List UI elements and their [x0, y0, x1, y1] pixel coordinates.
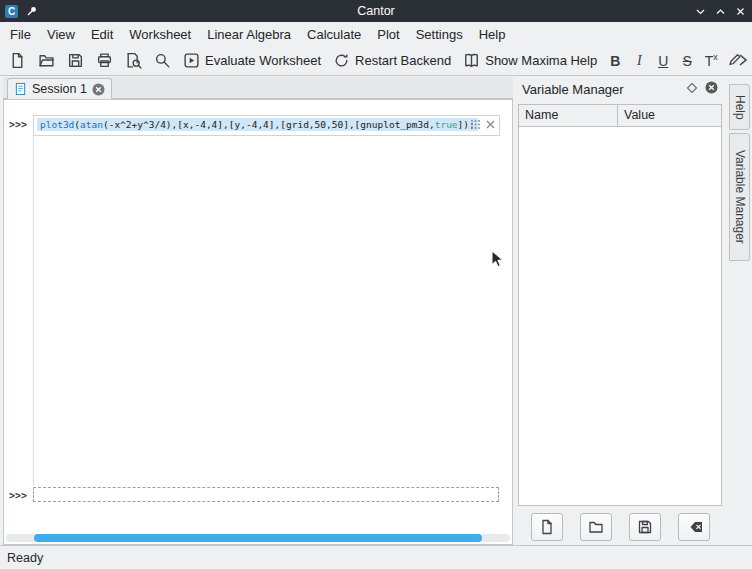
- menu-item-file[interactable]: File: [2, 24, 39, 45]
- bold-button[interactable]: B: [604, 51, 626, 71]
- side-tabstrip: Help Variable Manager: [727, 77, 752, 545]
- menu-item-settings[interactable]: Settings: [408, 24, 471, 45]
- clear-variables-button[interactable]: [678, 513, 710, 541]
- tab-session-1[interactable]: Session 1: [7, 78, 112, 99]
- horizontal-scrollbar-track[interactable]: [6, 534, 510, 542]
- find-button[interactable]: [149, 49, 176, 72]
- restart-icon: [333, 52, 350, 69]
- menubar: File View Edit Worksheet Linear Algebra …: [0, 22, 752, 46]
- chevron-right-icon: [736, 50, 750, 70]
- command-code[interactable]: plot3d(atan(-x^2+y^3/4),[x,-4,4],[y,-4,4…: [37, 118, 478, 131]
- statusbar: Ready: [0, 545, 752, 569]
- printer-icon: [96, 52, 113, 69]
- variable-manager-header: Variable Manager: [516, 77, 724, 101]
- side-tab-help[interactable]: Help: [729, 84, 750, 130]
- folder-icon: [588, 519, 604, 535]
- tab-close-icon[interactable]: [92, 83, 105, 96]
- cantor-window: { "window": { "title": "Cantor", "app_ic…: [0, 0, 752, 569]
- open-folder-icon: [38, 52, 55, 69]
- session-icon: [14, 82, 27, 96]
- superscript-exp: x: [713, 52, 718, 62]
- menu-item-worksheet[interactable]: Worksheet: [121, 24, 199, 45]
- evaluate-label: Evaluate Worksheet: [205, 53, 321, 68]
- menu-item-edit[interactable]: Edit: [83, 24, 121, 45]
- titlebar[interactable]: C Cantor: [0, 0, 752, 22]
- underline-button[interactable]: U: [652, 51, 674, 71]
- search-icon: [154, 52, 171, 69]
- new-document-icon: [539, 519, 555, 535]
- strikethrough-button[interactable]: S: [676, 51, 698, 71]
- evaluate-icon: [183, 52, 200, 69]
- open-button[interactable]: [33, 49, 60, 72]
- toolbar: Evaluate Worksheet Restart Backend Show …: [0, 46, 752, 76]
- menu-item-calculate[interactable]: Calculate: [299, 24, 369, 45]
- save-icon: [67, 52, 84, 69]
- new-document-icon: [9, 52, 26, 69]
- evaluate-worksheet-button[interactable]: Evaluate Worksheet: [178, 49, 326, 72]
- minimize-button[interactable]: [695, 6, 706, 17]
- restart-label: Restart Backend: [355, 53, 451, 68]
- empty-command-entry[interactable]: [33, 487, 499, 502]
- tab-label: Session 1: [32, 82, 87, 96]
- close-panel-icon[interactable]: [705, 81, 718, 94]
- horizontal-scrollbar-thumb[interactable]: [34, 534, 482, 542]
- worksheet-view[interactable]: >>> plot3d(atan(-x^2+y^3/4),[x,-4,4],[y,…: [3, 99, 513, 545]
- show-maxima-help-button[interactable]: Show Maxima Help: [458, 49, 602, 72]
- command-prompt: >>>: [9, 119, 27, 130]
- entry-remove-icon[interactable]: [485, 119, 496, 130]
- command-entry[interactable]: plot3d(atan(-x^2+y^3/4),[x,-4,4],[y,-4,4…: [33, 115, 500, 136]
- column-header-name[interactable]: Name: [519, 105, 618, 126]
- save-variables-button[interactable]: [629, 513, 661, 541]
- variable-manager-buttons: [516, 513, 724, 541]
- mouse-cursor: [491, 250, 504, 272]
- variable-manager-title: Variable Manager: [522, 82, 624, 97]
- empty-command-prompt: >>>: [9, 490, 27, 501]
- new-worksheet-button[interactable]: [4, 49, 31, 72]
- help-book-icon: [463, 52, 480, 69]
- save-icon: [637, 519, 653, 535]
- worksheet-tabstrip: Session 1: [3, 77, 513, 99]
- menu-item-linear-algebra[interactable]: Linear Algebra: [199, 24, 299, 45]
- entry-marker-line: [33, 136, 34, 486]
- save-button[interactable]: [62, 49, 89, 72]
- print-preview-button[interactable]: [120, 49, 147, 72]
- italic-button[interactable]: I: [628, 51, 650, 71]
- close-button[interactable]: [735, 6, 746, 17]
- superscript-button[interactable]: Tx: [700, 50, 722, 71]
- menu-item-help[interactable]: Help: [471, 24, 514, 45]
- float-panel-icon[interactable]: [686, 82, 698, 94]
- restart-backend-button[interactable]: Restart Backend: [328, 49, 456, 72]
- maximize-button[interactable]: [715, 6, 726, 17]
- toolbar-overflow-button[interactable]: [736, 50, 750, 73]
- new-variable-button[interactable]: [531, 513, 563, 541]
- variable-table-header: Name Value: [519, 105, 721, 127]
- side-tab-variable-manager[interactable]: Variable Manager: [729, 133, 750, 261]
- superscript-base: T: [705, 53, 714, 69]
- column-header-value[interactable]: Value: [618, 105, 661, 126]
- print-preview-icon: [125, 52, 142, 69]
- plot3d-canvas: [37, 143, 509, 481]
- window-title: Cantor: [0, 4, 752, 18]
- menu-item-plot[interactable]: Plot: [369, 24, 407, 45]
- maxima-help-label: Show Maxima Help: [485, 53, 597, 68]
- variable-table: Name Value: [518, 104, 722, 506]
- variable-manager-panel: Variable Manager Name Value: [516, 77, 724, 545]
- entry-drag-handle-icon[interactable]: [470, 119, 481, 130]
- status-text: Ready: [7, 551, 43, 565]
- menu-item-view[interactable]: View: [39, 24, 83, 45]
- clear-icon: [685, 520, 703, 534]
- print-button[interactable]: [91, 49, 118, 72]
- load-variables-button[interactable]: [580, 513, 612, 541]
